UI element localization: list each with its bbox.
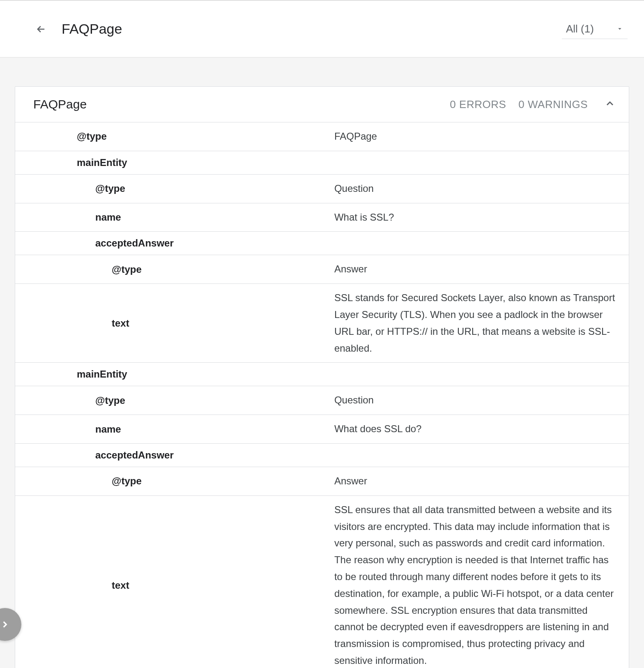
property-key: @type: [95, 395, 125, 406]
property-value: [334, 363, 629, 386]
property-value: Question: [334, 175, 629, 203]
property-row[interactable]: @typeQuestion: [15, 386, 629, 415]
property-row[interactable]: mainEntity: [15, 151, 629, 175]
arrow-left-icon: [35, 23, 47, 35]
property-value: [334, 444, 629, 467]
card-header[interactable]: FAQPage 0 ERRORS 0 WARNINGS: [15, 87, 629, 122]
property-key: @type: [95, 183, 125, 194]
property-value: Answer: [334, 467, 629, 495]
property-key-cell: @type: [15, 467, 334, 495]
errors-count: 0 ERRORS: [450, 98, 506, 111]
property-key-cell: @type: [15, 386, 334, 415]
property-key-cell: @type: [15, 175, 334, 203]
property-key: mainEntity: [77, 369, 127, 380]
properties-table: @typeFAQPagemainEntity@typeQuestionnameW…: [15, 122, 629, 668]
property-row[interactable]: nameWhat does SSL do?: [15, 415, 629, 444]
property-key: @type: [112, 264, 142, 275]
property-row[interactable]: nameWhat is SSL?: [15, 203, 629, 232]
filter-dropdown[interactable]: All (1): [562, 19, 628, 39]
property-key: text: [112, 580, 129, 591]
property-key: acceptedAnswer: [95, 449, 174, 461]
property-row[interactable]: textSSL ensures that all data transmitte…: [15, 496, 629, 668]
property-row[interactable]: acceptedAnswer: [15, 444, 629, 467]
property-row[interactable]: textSSL stands for Secured Sockets Layer…: [15, 284, 629, 363]
property-value: [334, 151, 629, 174]
property-row[interactable]: @typeAnswer: [15, 255, 629, 284]
property-value: SSL ensures that all data transmitted be…: [334, 496, 629, 668]
property-row[interactable]: @typeFAQPage: [15, 122, 629, 151]
chevron-right-icon: [0, 619, 10, 630]
property-key-cell: @type: [15, 255, 334, 283]
property-key-cell: name: [15, 415, 334, 443]
property-value: [334, 232, 629, 255]
result-card: FAQPage 0 ERRORS 0 WARNINGS @typeFAQPage…: [15, 86, 629, 668]
property-value: Question: [334, 386, 629, 415]
property-key-cell: text: [15, 496, 334, 668]
property-key-cell: acceptedAnswer: [15, 232, 334, 255]
property-key: mainEntity: [77, 157, 127, 168]
dropdown-triangle-icon: [616, 25, 623, 32]
property-key-cell: name: [15, 203, 334, 232]
property-value: Answer: [334, 255, 629, 283]
property-key: acceptedAnswer: [95, 237, 174, 249]
property-row[interactable]: @typeQuestion: [15, 175, 629, 203]
property-key-cell: mainEntity: [15, 151, 334, 174]
top-bar: FAQPage All (1): [0, 0, 644, 58]
property-key-cell: mainEntity: [15, 363, 334, 386]
chevron-up-icon: [604, 98, 616, 109]
property-key-cell: text: [15, 284, 334, 362]
back-button[interactable]: [33, 21, 49, 37]
filter-label: All (1): [566, 23, 594, 35]
warnings-count: 0 WARNINGS: [518, 98, 588, 111]
card-title: FAQPage: [33, 97, 437, 111]
property-key: name: [95, 212, 121, 223]
collapse-toggle[interactable]: [604, 98, 616, 111]
property-key: text: [112, 318, 129, 329]
property-value: SSL stands for Secured Sockets Layer, al…: [334, 284, 629, 362]
property-row[interactable]: acceptedAnswer: [15, 232, 629, 255]
property-row[interactable]: mainEntity: [15, 363, 629, 386]
property-key: name: [95, 424, 121, 435]
property-key: @type: [112, 475, 142, 487]
property-key-cell: @type: [15, 122, 334, 151]
property-key-cell: acceptedAnswer: [15, 444, 334, 467]
property-value: What does SSL do?: [334, 415, 629, 443]
property-value: FAQPage: [334, 122, 629, 151]
property-value: What is SSL?: [334, 203, 629, 232]
page-title: FAQPage: [62, 21, 562, 37]
property-key: @type: [77, 131, 107, 142]
property-row[interactable]: @typeAnswer: [15, 467, 629, 496]
content-area: FAQPage 0 ERRORS 0 WARNINGS @typeFAQPage…: [0, 58, 644, 668]
